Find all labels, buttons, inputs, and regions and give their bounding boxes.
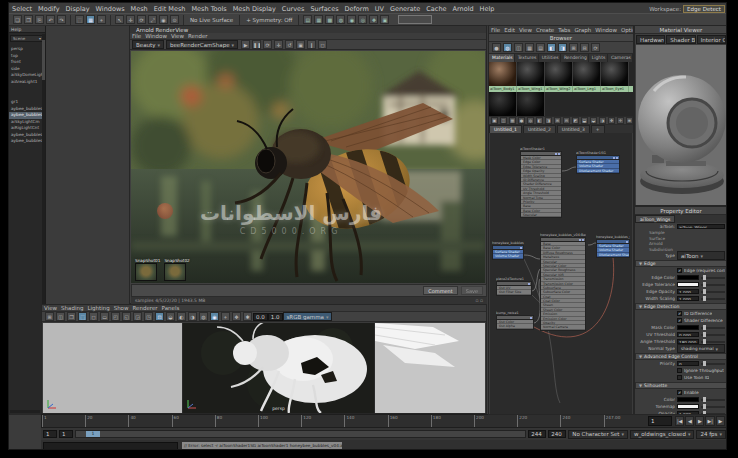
playback-end-field[interactable]: 244 [528,430,546,438]
selection-mask-icon[interactable]: ⌖ [97,15,106,24]
live-surface-button[interactable]: No Live Surface [190,17,233,23]
material-swatch-label[interactable]: aiToon_Eye1 [601,86,629,92]
create-node-icon[interactable]: ▦ [509,117,516,124]
file-tool-icon[interactable]: ❏ [13,15,22,24]
viewport-tool-icon[interactable]: ⬚ [78,312,87,321]
playback-start-field[interactable]: 1 [59,430,73,438]
viewport-tool-icon[interactable]: ✱ [243,312,252,321]
range-slider-bar[interactable]: 1 [75,430,526,438]
toolbar-mode-button[interactable] [398,15,432,24]
status-icons[interactable]: ▫ ▫ [475,298,483,303]
angle-threshold-slider[interactable] [701,341,725,343]
timeline-tick[interactable]: 80 [215,415,258,427]
create-node-icon[interactable]: ▣ [491,117,498,124]
hypershade-tab[interactable]: Rendering [561,54,589,62]
timeline-tick[interactable]: 160 [388,415,431,427]
snapshot-thumbnail[interactable] [164,263,186,281]
width-scaling-slider[interactable] [701,298,725,300]
priority-slider[interactable] [701,363,725,365]
silhouette-color-slider[interactable] [701,399,725,401]
create-node-icon[interactable]: ✛ [617,117,624,124]
material-swatch[interactable] [517,92,545,116]
timeline-tick[interactable]: 1 [42,415,85,427]
file-tool-icon[interactable]: ↶ [46,15,55,24]
renderview-tool-icon[interactable]: ◻ [318,40,327,49]
use-toon-id-checkbox[interactable] [677,375,682,380]
renderview-tool-icon[interactable]: ✛ [274,40,283,49]
render-image-viewport[interactable]: فارس الاسطوانات CD5000.ORG SnapShot01 Sn… [131,51,485,283]
section-edge-detection[interactable]: ▼Edge Detection [635,303,727,310]
playback-button[interactable]: ▶ [716,416,725,426]
viewport-tool-icon[interactable]: ❐ [67,312,76,321]
viewport-tool-icon[interactable]: ◫ [56,312,65,321]
node-attr-row[interactable]: Displacement Shader [597,253,629,257]
create-node-icon[interactable]: ⊟ [563,117,570,124]
renderview-tool-icon[interactable]: ▶ [241,40,250,49]
aov-dropdown[interactable]: Beauty▾ [132,40,164,49]
renderview-menu-item[interactable]: Render [186,33,210,39]
render-tool-icon[interactable]: ▣ [380,15,389,24]
hypershade-tool-icon[interactable]: ▦ [525,43,534,52]
shader-node[interactable]: honeybee_bubbles_v04:Bee_Wings BaseBase … [540,233,586,331]
render-tool-icon[interactable]: ◎ [358,15,367,24]
outliner-hscrollbar[interactable] [10,410,40,413]
range-handle[interactable]: 1 [86,431,100,437]
hypershade-menu-item[interactable]: Window [593,27,619,33]
viewport-tool-icon[interactable]: ◱ [122,312,131,321]
selection-mask-icon[interactable]: ▦ [86,15,95,24]
id-difference-checkbox[interactable]: ✓ [677,311,682,316]
render-tool-icon[interactable]: ▩ [325,15,334,24]
material-preview-canvas[interactable] [636,45,726,205]
playback-button[interactable]: ◀ [685,416,694,426]
anim-start-field[interactable]: 1 [43,430,57,438]
create-node-icon[interactable]: ⊞ [554,117,561,124]
viewport-tool-icon[interactable]: ◐ [177,312,186,321]
menu-item[interactable]: Cache [423,5,449,13]
shader-difference-checkbox[interactable]: ✓ [677,318,682,323]
transform-tool-icon[interactable]: ⤢ [148,15,157,24]
menu-item[interactable]: Edit Mesh [151,5,189,13]
save-button[interactable]: Save [461,286,483,295]
playback-button[interactable]: |◀ [675,416,685,426]
material-swatch[interactable] [517,62,545,86]
shading-group-node[interactable]: aiToonShader1SG Surface ShaderVolume Sha… [576,151,620,174]
hypershade-tab[interactable]: Cameras [608,54,633,62]
menu-item[interactable]: Select [9,5,35,13]
edge-opacity-field[interactable]: 1.000 [677,289,699,295]
transform-tool-icon[interactable]: ⟳ [137,15,146,24]
hypershade-menu-item[interactable]: Tabs [556,27,572,33]
hypershade-tool-icon[interactable]: ⊞ [569,43,578,52]
mv-environment-dropdown[interactable]: Interior Che▾ [697,35,726,44]
node-name-field[interactable]: aiToon_Wings [677,224,725,230]
renderview-tool-icon[interactable]: ↺ [285,40,294,49]
viewport-tool-icon[interactable]: ◉ [210,312,219,321]
viewport-tool-icon[interactable]: ◳ [144,312,153,321]
create-node-icon[interactable]: ≡ [626,117,633,124]
node-attr-row[interactable]: Normal Camera [541,325,585,329]
uv-threshold-slider[interactable] [701,334,725,336]
render-tool-icon[interactable]: ◉ [347,15,356,24]
timeline-tick[interactable]: 200 [474,415,517,427]
timeline-tick[interactable]: 220 [517,415,560,427]
type-dropdown[interactable]: aiToon▾ [677,251,725,260]
hypershade-menu-item[interactable]: File [489,27,502,33]
timeline-tick[interactable]: 180 [431,415,474,427]
snapshot-item[interactable]: SnapShot02 [164,258,189,281]
material-swatch[interactable] [545,62,573,86]
workspace-dropdown[interactable]: Edge Detect [683,5,725,13]
silhouette-opacity-field[interactable]: 1.000 [677,411,699,415]
create-node-icon[interactable]: ❖ [608,117,615,124]
exposure-field[interactable]: 0.0 [253,313,268,321]
create-node-icon[interactable]: ◍ [527,117,534,124]
renderview-tool-icon[interactable]: ❚❚ [252,40,261,49]
material-swatch-label[interactable]: aiToon_Wing2 [545,86,573,92]
priority-field[interactable]: 0 [677,361,699,367]
shading-group-node[interactable]: honeybee_bubbles_v04:aiStdSG2 Surface Sh… [596,235,630,258]
menu-item[interactable]: Modify [35,5,63,13]
anim-end-field[interactable]: 240 [548,430,566,438]
hypershade-tool-icon[interactable]: ◧ [547,43,556,52]
wing-reference-panel[interactable] [375,323,485,413]
viewport-tool-icon[interactable]: ◻ [89,312,98,321]
menu-item[interactable]: Help [477,5,498,13]
hypershade-tab[interactable]: Textures [515,54,539,62]
